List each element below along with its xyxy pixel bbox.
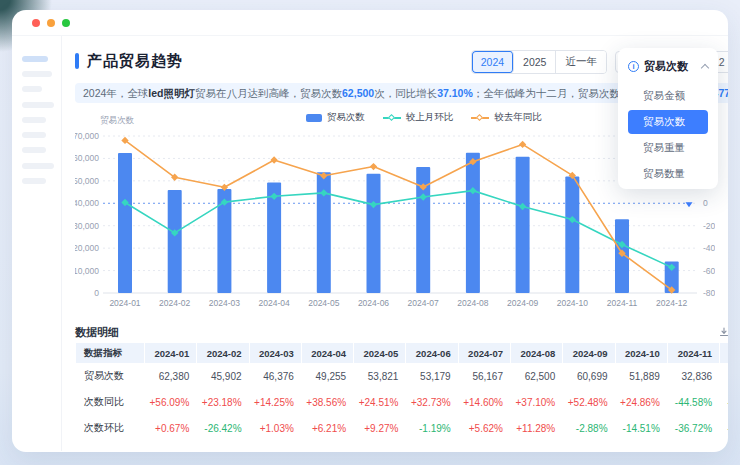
close-window-icon[interactable] <box>32 19 40 27</box>
table-cell: +1.03% <box>250 415 301 441</box>
zero-line-marker-icon <box>686 202 693 207</box>
bar-2024-09[interactable] <box>516 157 530 293</box>
legend-item-较去年同比[interactable]: 较去年同比 <box>471 111 542 124</box>
row-label: 次数同比 <box>76 389 144 415</box>
chevron-up-icon <box>701 64 709 72</box>
bar-2024-06[interactable] <box>367 174 381 293</box>
table-cell: 46,376 <box>250 363 301 389</box>
summary-text: 贸易在八月达到高峰，贸易次数 <box>195 87 342 99</box>
bar-2024-08[interactable] <box>466 153 480 293</box>
sidebar-skeleton-item <box>22 102 54 108</box>
sidebar-skeleton-item <box>22 163 54 169</box>
year-tab-group: 20242025近一年 <box>471 50 607 74</box>
table-header-row: 数据指标2024-012024-022024-032024-042024-052… <box>76 343 728 363</box>
table-row-次数同比: 次数同比+56.09%+23.18%+14.25%+38.56%+24.51%+… <box>76 389 728 415</box>
x-axis-tick: 2024-01 <box>109 298 140 308</box>
table-cell: 53,821 <box>354 363 405 389</box>
table-cell: +5.62% <box>459 415 510 441</box>
summary-text: 2024年，全球 <box>83 87 148 99</box>
column-header-2024-11: 2024-11 <box>668 343 719 363</box>
bar-2024-02[interactable] <box>168 190 182 293</box>
table-cell: +0.67% <box>145 415 196 441</box>
bar-2024-01[interactable] <box>118 153 132 293</box>
column-header-2024-03: 2024-03 <box>250 343 301 363</box>
table-cell: +37.10% <box>511 389 562 415</box>
metric-option-贸易金额[interactable]: 贸易金额 <box>628 84 708 108</box>
point-较去年同比-2024-04[interactable] <box>270 156 277 163</box>
bar-2024-10[interactable] <box>565 177 579 293</box>
table-cell: +24.86% <box>616 389 667 415</box>
x-axis-tick: 2024-02 <box>159 298 190 308</box>
left-axis-tick: 50,000 <box>75 176 99 186</box>
legend-line-swatch <box>471 113 489 123</box>
x-axis-tick: 2024-05 <box>308 298 339 308</box>
sidebar-skeleton-item <box>22 132 46 138</box>
minimize-window-icon[interactable] <box>47 19 55 27</box>
left-axis-tick: 10,000 <box>75 266 99 276</box>
window-titlebar <box>12 10 728 36</box>
table-cell: -1.19% <box>406 415 457 441</box>
table-cell: 14,073 <box>720 363 728 389</box>
table-cell: 53,179 <box>406 363 457 389</box>
left-axis-tick: 30,000 <box>75 221 99 231</box>
table-cell: +14.60% <box>459 389 510 415</box>
line-较去年同比 <box>125 140 672 290</box>
table-cell: +24.51% <box>354 389 405 415</box>
legend-line-swatch <box>383 113 401 123</box>
metric-dropdown-trigger[interactable]: i 贸易次数 <box>628 59 708 74</box>
data-detail-section: 数据明细 下载数据 数据指标2024-012024-022024-032024-… <box>75 321 728 441</box>
legend-item-贸易次数[interactable]: 贸易次数 <box>306 111 365 124</box>
table-cell: -77.29% <box>720 389 728 415</box>
data-table: 数据指标2024-012024-022024-032024-042024-052… <box>75 343 728 441</box>
table-cell: 51,889 <box>616 363 667 389</box>
table-cell: 32,836 <box>668 363 719 389</box>
table-row-次数环比: 次数环比+0.67%-26.42%+1.03%+6.21%+9.27%-1.19… <box>76 415 728 441</box>
column-header-2024-04: 2024-04 <box>302 343 353 363</box>
metric-option-贸易重量[interactable]: 贸易重量 <box>628 136 708 160</box>
legend-label: 较去年同比 <box>494 111 542 124</box>
column-header-index: 数据指标 <box>76 343 144 363</box>
maximize-window-icon[interactable] <box>62 19 70 27</box>
metric-options-list: 贸易金额贸易次数贸易重量贸易数量 <box>628 84 708 186</box>
table-row-贸易次数: 贸易次数62,38045,90246,37649,25553,82153,179… <box>76 363 728 389</box>
legend-item-较上月环比[interactable]: 较上月环比 <box>383 111 454 124</box>
table-cell: +9.27% <box>354 415 405 441</box>
sidebar-skeleton <box>12 36 62 451</box>
year-tab-2024[interactable]: 2024 <box>472 51 514 73</box>
legend-bar-swatch <box>306 114 322 122</box>
x-axis-tick: 2024-11 <box>607 298 638 308</box>
column-header-2024-09: 2024-09 <box>563 343 614 363</box>
table-cell: 62,380 <box>145 363 196 389</box>
x-axis-tick: 2024-03 <box>209 298 240 308</box>
download-data-button[interactable]: 下载数据 <box>719 325 728 339</box>
x-axis-tick: 2024-06 <box>358 298 389 308</box>
metric-option-贸易次数[interactable]: 贸易次数 <box>628 110 708 134</box>
row-label: 次数环比 <box>76 415 144 441</box>
left-axis-tick: 0 <box>94 288 99 298</box>
right-axis-tick: -80 <box>703 288 715 298</box>
summary-highlight: 37.10% <box>437 87 473 99</box>
year-tab-2025[interactable]: 2025 <box>514 51 556 73</box>
left-axis-tick: 60,000 <box>75 153 99 163</box>
table-cell: +56.09% <box>145 389 196 415</box>
sidebar-skeleton-item <box>22 86 42 92</box>
point-较去年同比-2024-06[interactable] <box>370 163 377 170</box>
title-accent-bar <box>75 53 79 69</box>
table-cell: 56,167 <box>459 363 510 389</box>
sidebar-skeleton-item <box>22 147 46 153</box>
info-icon: i <box>628 61 639 72</box>
table-cell: -57.14% <box>720 415 728 441</box>
metric-option-贸易数量[interactable]: 贸易数量 <box>628 162 708 186</box>
table-cell: 49,255 <box>302 363 353 389</box>
right-axis-tick: -40 <box>703 243 715 253</box>
table-cell: -36.72% <box>668 415 719 441</box>
point-较去年同比-2024-09[interactable] <box>519 141 526 148</box>
column-header-2024-12: 2024-12 <box>720 343 728 363</box>
sidebar-skeleton-item <box>22 71 52 77</box>
table-cell: 60,699 <box>563 363 614 389</box>
table-cell: -26.42% <box>197 415 248 441</box>
row-label: 贸易次数 <box>76 363 144 389</box>
x-axis-tick: 2024-04 <box>258 298 289 308</box>
legend-label: 较上月环比 <box>406 111 454 124</box>
year-tab-近一年[interactable]: 近一年 <box>556 51 606 73</box>
